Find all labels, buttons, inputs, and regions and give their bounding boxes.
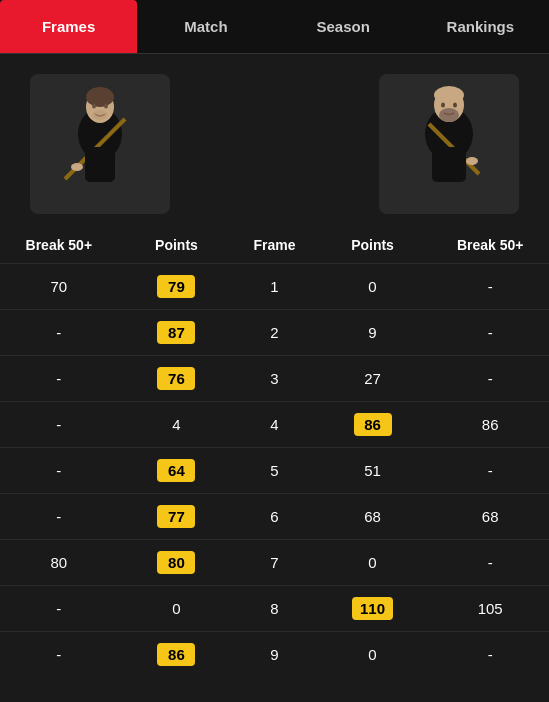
- table-row: -76327-: [0, 356, 549, 402]
- cell-points-left: 87: [118, 310, 236, 356]
- cell-break-right: -: [431, 540, 549, 586]
- cell-points-right: 0: [314, 540, 432, 586]
- cell-points-right: 68: [314, 494, 432, 540]
- cell-points-right: 86: [314, 402, 432, 448]
- col-header-points-left: Points: [118, 229, 236, 264]
- cell-frame: 6: [235, 494, 313, 540]
- table-row: -08110105: [0, 586, 549, 632]
- players-section: [0, 54, 549, 224]
- cell-break-right: -: [431, 356, 549, 402]
- svg-point-8: [92, 104, 96, 109]
- svg-rect-7: [85, 147, 115, 182]
- cell-break-right: -: [431, 264, 549, 310]
- cell-break-left: -: [0, 356, 118, 402]
- player-left-photo: [30, 74, 170, 214]
- table-row: 808070-: [0, 540, 549, 586]
- cell-frame: 3: [235, 356, 313, 402]
- tab-season[interactable]: Season: [275, 0, 412, 53]
- player-right-photo: [379, 74, 519, 214]
- cell-points-left: 76: [118, 356, 236, 402]
- highlight-badge: 110: [352, 597, 393, 620]
- cell-break-left: -: [0, 586, 118, 632]
- cell-break-left: -: [0, 494, 118, 540]
- cell-points-left: 64: [118, 448, 236, 494]
- cell-frame: 8: [235, 586, 313, 632]
- tab-frames[interactable]: Frames: [0, 0, 137, 53]
- cell-frame: 4: [235, 402, 313, 448]
- svg-rect-6: [93, 125, 107, 135]
- cell-points-left: 0: [118, 586, 236, 632]
- highlight-badge: 76: [157, 367, 195, 390]
- table-header-row: Break 50+ Points Frame Points Break 50+: [0, 229, 549, 264]
- cell-points-right: 51: [314, 448, 432, 494]
- highlight-badge: 80: [157, 551, 195, 574]
- svg-point-17: [466, 157, 478, 165]
- cell-frame: 2: [235, 310, 313, 356]
- highlight-badge: 87: [157, 321, 195, 344]
- table-row: -64551-: [0, 448, 549, 494]
- cell-break-right: -: [431, 632, 549, 678]
- svg-rect-18: [432, 147, 466, 182]
- cell-break-left: 70: [0, 264, 118, 310]
- highlight-badge: 64: [157, 459, 195, 482]
- col-header-break-left: Break 50+: [0, 229, 118, 264]
- svg-point-10: [92, 110, 108, 120]
- cell-break-right: -: [431, 310, 549, 356]
- table-row: -8690-: [0, 632, 549, 678]
- highlight-badge: 86: [354, 413, 392, 436]
- svg-point-5: [71, 163, 83, 171]
- cell-frame: 9: [235, 632, 313, 678]
- cell-points-left: 79: [118, 264, 236, 310]
- cell-break-right: -: [431, 448, 549, 494]
- col-header-frame: Frame: [235, 229, 313, 264]
- cell-break-left: 80: [0, 540, 118, 586]
- table-row: 707910-: [0, 264, 549, 310]
- cell-break-left: -: [0, 448, 118, 494]
- cell-points-left: 80: [118, 540, 236, 586]
- table-row: -8729-: [0, 310, 549, 356]
- col-header-points-right: Points: [314, 229, 432, 264]
- cell-frame: 5: [235, 448, 313, 494]
- cell-points-right: 0: [314, 632, 432, 678]
- cell-break-right: 86: [431, 402, 549, 448]
- cell-break-right: 68: [431, 494, 549, 540]
- table-row: -7766868: [0, 494, 549, 540]
- highlight-badge: 86: [157, 643, 195, 666]
- cell-points-right: 27: [314, 356, 432, 402]
- svg-point-19: [441, 103, 445, 108]
- stats-table: Break 50+ Points Frame Points Break 50+ …: [0, 229, 549, 677]
- cell-frame: 7: [235, 540, 313, 586]
- cell-points-right: 110: [314, 586, 432, 632]
- tab-bar: Frames Match Season Rankings: [0, 0, 549, 54]
- svg-point-14: [434, 86, 464, 104]
- cell-break-left: -: [0, 402, 118, 448]
- svg-point-3: [86, 87, 114, 107]
- svg-point-9: [104, 104, 108, 109]
- cell-points-right: 0: [314, 264, 432, 310]
- cell-points-left: 86: [118, 632, 236, 678]
- col-header-break-right: Break 50+: [431, 229, 549, 264]
- cell-break-left: -: [0, 310, 118, 356]
- cell-break-right: 105: [431, 586, 549, 632]
- highlight-badge: 77: [157, 505, 195, 528]
- tab-rankings[interactable]: Rankings: [412, 0, 549, 53]
- cell-break-left: -: [0, 632, 118, 678]
- tab-match[interactable]: Match: [137, 0, 274, 53]
- cell-points-left: 77: [118, 494, 236, 540]
- table-row: -448686: [0, 402, 549, 448]
- highlight-badge: 79: [157, 275, 195, 298]
- cell-points-right: 9: [314, 310, 432, 356]
- cell-frame: 1: [235, 264, 313, 310]
- svg-point-20: [453, 103, 457, 108]
- cell-points-left: 4: [118, 402, 236, 448]
